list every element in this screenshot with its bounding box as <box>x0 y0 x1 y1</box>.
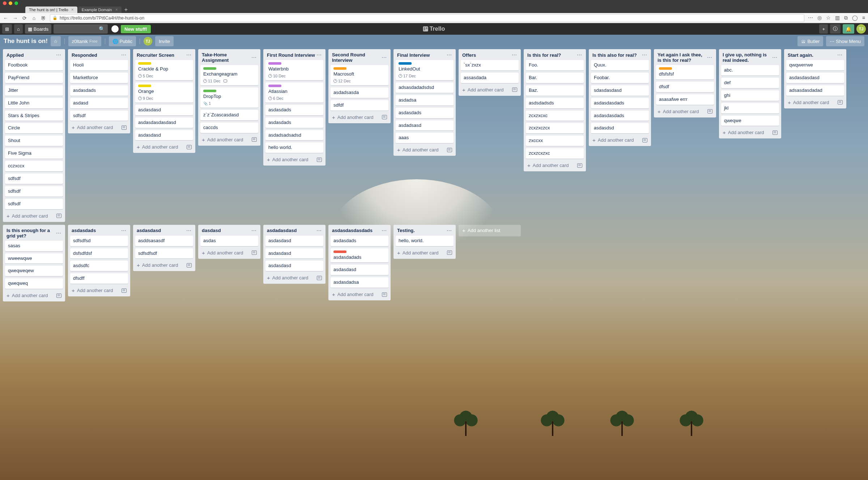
card[interactable]: aaas <box>396 133 454 143</box>
create-from-template-icon[interactable] <box>577 163 582 168</box>
list-menu-button[interactable]: ⋯ <box>707 55 712 60</box>
add-card-button[interactable]: +Add another card <box>200 135 258 144</box>
list-menu-button[interactable]: ⋯ <box>186 52 192 58</box>
list-menu-button[interactable]: ⋯ <box>121 52 127 58</box>
add-card-button[interactable]: +Add another card <box>200 248 258 257</box>
window-maximize[interactable] <box>14 1 18 5</box>
card-label-blue[interactable] <box>399 62 412 65</box>
add-card-button[interactable]: +Add another card <box>396 145 454 154</box>
new-stuff-banner[interactable]: New stuff! <box>121 25 151 33</box>
list-title[interactable]: Is this also for real? <box>592 52 637 58</box>
add-card-button[interactable]: +Add another card <box>265 155 323 164</box>
card[interactable]: Orange9 Dec <box>135 82 193 103</box>
card[interactable]: qweqweq <box>5 278 63 289</box>
card[interactable]: dfsdff <box>70 273 128 284</box>
card[interactable]: asdasdsd <box>591 123 649 133</box>
card[interactable]: Foobar. <box>591 73 649 83</box>
create-from-template-icon[interactable] <box>187 145 192 149</box>
list-title[interactable]: First Round Interview <box>267 52 315 58</box>
list-title[interactable]: Final Interview <box>397 52 430 58</box>
card[interactable]: zcxzxczcx <box>526 123 584 133</box>
list-title[interactable]: Yet again I ask thee, is this for real? <box>658 52 707 63</box>
card[interactable]: asdasdads <box>70 85 128 96</box>
card[interactable]: asdasdasd <box>265 248 323 259</box>
card-label-yellow[interactable] <box>138 85 151 87</box>
card[interactable]: Foo. <box>526 60 584 70</box>
list-title[interactable]: asdasdads <box>72 228 96 233</box>
list-menu-button[interactable]: ⋯ <box>56 52 61 58</box>
page-actions-icon[interactable]: ⋯ <box>808 15 813 21</box>
card[interactable]: wweewqwe <box>5 253 63 264</box>
add-card-button[interactable]: +Add another card <box>591 136 649 145</box>
create-from-template-icon[interactable] <box>317 158 322 162</box>
star-button[interactable]: ☆ <box>51 36 61 46</box>
add-card-button[interactable]: +Add another card <box>135 142 193 151</box>
card[interactable]: sdasdasdasd <box>591 85 649 96</box>
board-canvas[interactable]: Applied⋯FootbookPayFriendJitterLittle Jo… <box>0 48 868 480</box>
card[interactable]: Little John <box>5 98 63 108</box>
create-from-template-icon[interactable] <box>707 109 712 113</box>
create-from-template-icon[interactable] <box>56 293 61 298</box>
list-title[interactable]: I give up, nothing is real indeed. <box>723 52 772 63</box>
card[interactable]: asasafwe errr <box>656 94 714 105</box>
library-icon[interactable]: ▥ <box>835 15 840 21</box>
card[interactable]: DropTop1 <box>200 87 258 108</box>
card[interactable]: sdfsdf <box>5 173 63 184</box>
create-from-template-icon[interactable] <box>382 292 387 297</box>
create-from-template-icon[interactable] <box>512 87 517 92</box>
list-title[interactable]: asdadasdasd <box>267 228 297 233</box>
tab-close-icon[interactable]: × <box>71 7 74 12</box>
card[interactable]: sdfsdf <box>5 199 63 209</box>
list-title[interactable]: dasdasd <box>202 228 221 233</box>
window-close[interactable] <box>3 1 7 5</box>
workspace-button[interactable]: z0ltanik Free <box>68 36 101 46</box>
card[interactable]: adsasdadadsdsd <box>396 82 454 93</box>
card[interactable]: asdasdads <box>331 236 388 246</box>
card[interactable]: asdasdasdads <box>591 98 649 108</box>
card[interactable]: sasas <box>5 241 63 251</box>
card[interactable]: Shout <box>5 136 63 146</box>
create-button[interactable]: + <box>819 24 828 34</box>
list-title[interactable]: Is this enough for a grid yet? <box>7 228 56 239</box>
card[interactable]: sdfsdf <box>70 111 128 121</box>
card[interactable]: Macrosoft12 Dec <box>331 65 388 85</box>
browser-tab-active[interactable]: The hunt is on! | Trello × <box>25 7 77 13</box>
list-title[interactable]: Second Round Interview <box>332 52 382 63</box>
card[interactable]: sdfsdf <box>5 186 63 197</box>
list-menu-button[interactable]: ⋯ <box>316 52 322 58</box>
card[interactable]: PayFriend <box>5 73 63 83</box>
list-menu-button[interactable]: ⋯ <box>121 228 127 233</box>
card[interactable]: abc. <box>721 65 779 76</box>
card[interactable]: Quux. <box>591 60 649 70</box>
add-card-button[interactable]: +Add another card <box>331 113 388 122</box>
list-menu-button[interactable]: ⋯ <box>512 52 517 58</box>
list-menu-button[interactable]: ⋯ <box>56 230 61 236</box>
due-date-badge[interactable]: 5 Dec <box>138 74 153 78</box>
forward-button[interactable]: → <box>12 15 18 21</box>
card[interactable]: asdasd <box>70 98 128 108</box>
board-member-avatar[interactable]: TJ <box>144 37 152 46</box>
add-card-button[interactable]: +Add another card <box>5 211 63 220</box>
card[interactable]: asdasdads <box>265 117 323 128</box>
card[interactable]: Baz. <box>526 85 584 96</box>
card[interactable]: Circle <box>5 123 63 133</box>
bookmark-icon[interactable]: ☆ <box>826 15 831 21</box>
card-label-red[interactable] <box>333 250 346 253</box>
card-label-purple[interactable] <box>268 62 281 65</box>
reader-icon[interactable]: ◎ <box>817 15 822 21</box>
card[interactable]: sdfdf <box>331 100 388 111</box>
create-from-template-icon[interactable] <box>382 115 387 119</box>
card-label-orange[interactable] <box>659 67 672 70</box>
due-date-badge[interactable]: 11 Dec <box>203 79 221 83</box>
card[interactable]: jkl <box>721 103 779 113</box>
card[interactable]: Waterbnb10 Dec <box>265 60 323 80</box>
card[interactable]: qweqwe <box>721 116 779 126</box>
add-card-button[interactable]: +Add another card <box>265 273 323 282</box>
card[interactable]: Stars & Stripes <box>5 111 63 121</box>
card[interactable]: asdas <box>200 236 258 246</box>
card[interactable]: asdasdasd <box>135 105 193 115</box>
back-button[interactable]: ← <box>3 15 9 21</box>
create-from-template-icon[interactable] <box>56 214 61 218</box>
card-label-green[interactable] <box>203 90 216 92</box>
due-date-badge[interactable]: 17 Dec <box>399 74 416 78</box>
